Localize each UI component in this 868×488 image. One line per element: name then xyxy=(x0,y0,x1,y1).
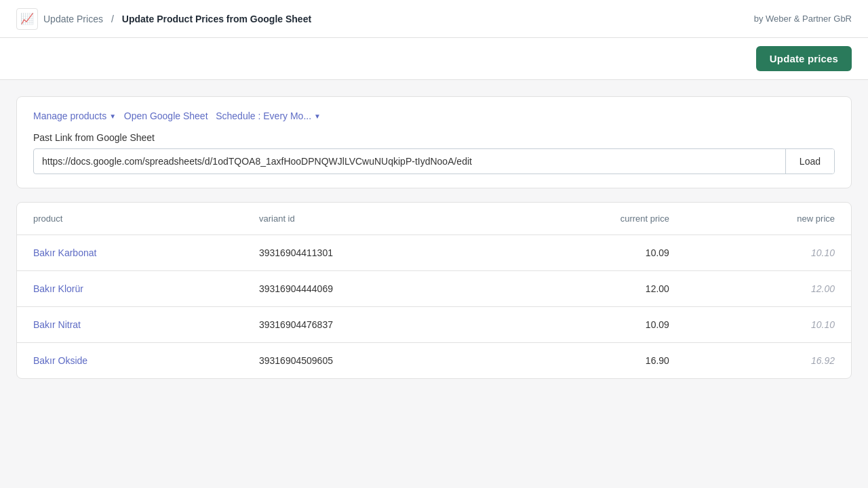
current-price-cell: 12.00 xyxy=(494,271,686,307)
variant-id-cell: 39316904476837 xyxy=(243,307,494,343)
author-label: by Weber & Partner GbR xyxy=(754,14,852,24)
products-table: product variant id current price new pri… xyxy=(17,203,851,378)
open-google-sheet-link[interactable]: Open Google Sheet xyxy=(124,110,208,121)
products-table-card: product variant id current price new pri… xyxy=(16,202,852,379)
breadcrumb-separator: / xyxy=(111,14,114,24)
new-price-cell: 16.92 xyxy=(686,343,851,379)
url-input-row: Load xyxy=(33,148,835,174)
config-card: Manage products ▼ Open Google Sheet Sche… xyxy=(16,96,852,188)
table-row: Bakır Nitrat 39316904476837 10.09 10.10 xyxy=(17,307,851,343)
breadcrumb-parent[interactable]: Update Prices xyxy=(43,14,103,24)
breadcrumb-current: Update Product Prices from Google Sheet xyxy=(122,14,311,24)
input-label: Past Link from Google Sheet xyxy=(33,132,835,143)
update-prices-button[interactable]: Update prices xyxy=(756,46,852,71)
variant-id-cell: 39316904411301 xyxy=(243,235,494,271)
app-header: 📈 Update Prices / Update Product Prices … xyxy=(0,0,868,38)
variant-id-cell: 39316904444069 xyxy=(243,271,494,307)
col-product: product xyxy=(17,203,243,235)
action-bar: Manage products ▼ Open Google Sheet Sche… xyxy=(33,110,835,121)
google-sheet-url-input[interactable] xyxy=(34,149,785,174)
current-price-cell: 10.09 xyxy=(494,307,686,343)
col-new-price: new price xyxy=(686,203,851,235)
current-price-cell: 16.90 xyxy=(494,343,686,379)
current-price-cell: 10.09 xyxy=(494,235,686,271)
manage-products-link[interactable]: Manage products ▼ xyxy=(33,110,116,121)
variant-id-cell: 39316904509605 xyxy=(243,343,494,379)
app-icon: 📈 xyxy=(16,8,38,30)
new-price-cell: 10.10 xyxy=(686,307,851,343)
breadcrumb: 📈 Update Prices / Update Product Prices … xyxy=(16,8,311,30)
new-price-cell: 12.00 xyxy=(686,271,851,307)
main-content: Manage products ▼ Open Google Sheet Sche… xyxy=(0,80,868,395)
product-cell[interactable]: Bakır Okside xyxy=(17,343,243,379)
load-button[interactable]: Load xyxy=(785,149,834,174)
product-cell[interactable]: Bakır Nitrat xyxy=(17,307,243,343)
table-row: Bakır Karbonat 39316904411301 10.09 10.1… xyxy=(17,235,851,271)
schedule-chevron-icon: ▼ xyxy=(314,113,321,120)
product-cell[interactable]: Bakır Klorür xyxy=(17,271,243,307)
table-row: Bakır Okside 39316904509605 16.90 16.92 xyxy=(17,343,851,379)
table-header-row: product variant id current price new pri… xyxy=(17,203,851,235)
col-variant-id: variant id xyxy=(243,203,494,235)
schedule-link[interactable]: Schedule : Every Mo... ▼ xyxy=(216,110,321,121)
new-price-cell: 10.10 xyxy=(686,235,851,271)
col-current-price: current price xyxy=(494,203,686,235)
toolbar: Update prices xyxy=(0,38,868,80)
table-row: Bakır Klorür 39316904444069 12.00 12.00 xyxy=(17,271,851,307)
chevron-down-icon: ▼ xyxy=(109,113,116,120)
product-cell[interactable]: Bakır Karbonat xyxy=(17,235,243,271)
